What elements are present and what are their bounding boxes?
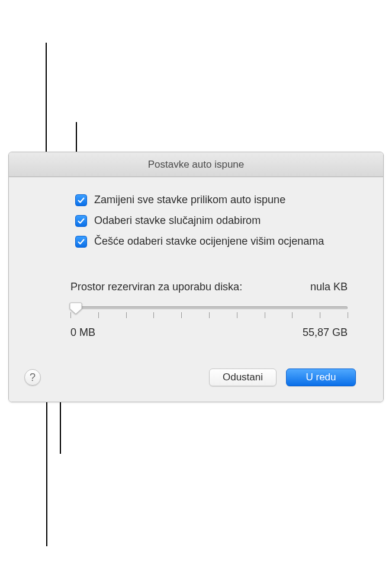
checkbox-label-random: Odaberi stavke slučajnim odabirom [94,214,261,227]
checkbox-higher-rated[interactable] [75,236,87,248]
dialog-title: Postavke auto ispune [148,159,245,171]
dialog-titlebar: Postavke auto ispune [9,152,383,177]
slider-header: Prostor rezerviran za uporabu diska: nul… [70,281,348,293]
slider-tick [181,312,182,318]
slider-thumb-icon [69,302,82,315]
dialog-content: Zamijeni sve stavke prilikom auto ispune… [9,177,383,402]
disk-space-slider-section: Prostor rezerviran za uporabu diska: nul… [70,281,348,339]
cancel-button[interactable]: Odustani [209,368,277,386]
checkbox-label-replace-all: Zamijeni sve stavke prilikom auto ispune [94,194,285,206]
slider-tick [348,312,348,318]
slider-tick [153,312,154,318]
ok-button-label: U redu [306,371,336,383]
checkbox-row-higher-rated: Češće odaberi stavke ocijenjene višim oc… [75,235,371,248]
checkbox-row-replace-all: Zamijeni sve stavke prilikom auto ispune [75,194,371,206]
checkmark-icon [77,238,85,246]
cancel-button-label: Odustani [223,371,263,383]
slider-tick [209,312,210,318]
checkbox-random[interactable] [75,215,87,227]
slider-tick [126,312,127,318]
checkbox-label-higher-rated: Češće odaberi stavke ocijenjene višim oc… [94,235,324,248]
slider-tick [292,312,293,318]
autofill-settings-dialog: Postavke auto ispune Zamijeni sve stavke… [8,152,384,402]
dialog-footer: ? Odustani U redu [21,368,371,387]
checkmark-icon [77,217,85,225]
slider-tick [320,312,320,318]
slider-max-label: 55,87 GB [303,326,348,339]
slider-tick [237,312,237,318]
help-icon: ? [30,371,36,384]
slider-tick [265,312,265,318]
slider-label: Prostor rezerviran za uporabu diska: [70,281,242,293]
help-button[interactable]: ? [24,369,41,386]
checkbox-group: Zamijeni sve stavke prilikom auto ispune… [75,194,371,248]
slider-range-labels: 0 MB 55,87 GB [70,326,348,339]
ok-button[interactable]: U redu [286,368,356,386]
slider-min-label: 0 MB [70,326,95,339]
checkbox-replace-all[interactable] [75,194,87,206]
checkbox-row-random: Odaberi stavke slučajnim odabirom [75,214,371,227]
slider-thumb[interactable] [69,302,82,315]
disk-space-slider[interactable] [70,302,348,319]
slider-tick [98,312,99,318]
slider-track [70,306,348,309]
checkmark-icon [77,196,85,204]
slider-value: nula KB [310,281,348,293]
